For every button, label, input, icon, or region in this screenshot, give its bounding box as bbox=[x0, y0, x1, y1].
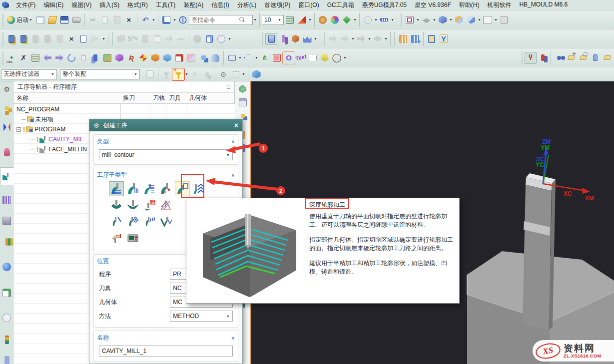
face-analysis-icon[interactable] bbox=[453, 14, 465, 26]
export-list-icon[interactable] bbox=[237, 96, 249, 108]
assembly-navigator-icon[interactable] bbox=[1, 102, 12, 114]
snap-filter-icon[interactable]: ✛ bbox=[172, 68, 184, 80]
tag-cube-icon[interactable] bbox=[589, 52, 601, 64]
reuse-library-icon[interactable] bbox=[1, 236, 12, 248]
part-info-icon[interactable]: ⓘ bbox=[177, 14, 189, 26]
tag-pair-icon[interactable] bbox=[601, 52, 613, 64]
shop-doc-icon[interactable] bbox=[203, 33, 215, 45]
subtype-zlevel-profile-icon[interactable] bbox=[175, 181, 190, 196]
menu-item[interactable]: 燕秀UG模具7.05 bbox=[358, 0, 411, 10]
menu-item[interactable]: 帮助(H) bbox=[455, 0, 484, 10]
display-pane-icon[interactable] bbox=[482, 14, 494, 26]
highlight-filter-icon[interactable] bbox=[160, 68, 172, 80]
tree-row-face-milling[interactable]: ⋯ ! FACE_MILLIN bbox=[29, 144, 87, 154]
subtype-profile-3d-icon[interactable] bbox=[158, 198, 173, 213]
tree-row-nc-program[interactable]: NC_PROGRAM bbox=[16, 104, 59, 114]
window-select-icon[interactable] bbox=[144, 68, 156, 80]
cut-icon[interactable]: ✂ bbox=[87, 14, 99, 26]
y-function-icon[interactable]: Y bbox=[438, 33, 450, 45]
center-point-icon[interactable]: ⊙ bbox=[217, 68, 229, 80]
close-icon[interactable]: × bbox=[234, 121, 238, 129]
replay-toolpath-icon[interactable]: 5↷ bbox=[127, 33, 139, 45]
operation-navigator-icon[interactable] bbox=[0, 167, 13, 185]
find-object-icon[interactable] bbox=[237, 83, 249, 95]
subtype-machine-control-icon[interactable] bbox=[125, 231, 140, 246]
cylinder-bool-icon[interactable] bbox=[209, 52, 221, 64]
purple-cube-icon[interactable] bbox=[113, 52, 125, 64]
generate-toolpath-icon[interactable] bbox=[115, 33, 127, 45]
layout-icon[interactable] bbox=[498, 14, 510, 26]
menu-item[interactable]: HB_MOULD M6.6 bbox=[515, 0, 572, 10]
visual-report-icon[interactable] bbox=[1, 287, 12, 299]
ellipse-icon[interactable]: ◯ bbox=[331, 52, 343, 64]
mill-finish-icon[interactable] bbox=[372, 33, 384, 45]
column-header[interactable]: 换刀 bbox=[120, 94, 150, 102]
menu-item[interactable]: 窗口(O) bbox=[294, 0, 323, 10]
method-combo[interactable]: METHOD▼ bbox=[170, 311, 233, 322]
menu-item[interactable]: 文件(F) bbox=[12, 0, 39, 10]
sync-icon[interactable] bbox=[191, 33, 203, 45]
object-array-icon[interactable] bbox=[397, 33, 409, 45]
menu-item[interactable]: 分析(L) bbox=[233, 0, 261, 10]
wireframe-view-icon[interactable] bbox=[465, 14, 477, 26]
wcs-delete-icon[interactable]: ✗ bbox=[17, 52, 29, 64]
blue-pair-cube-icon[interactable] bbox=[197, 52, 209, 64]
pattern-red-icon[interactable]: Ⴤ bbox=[525, 52, 537, 64]
datum-plane-grid-icon[interactable] bbox=[271, 52, 283, 64]
save-icon[interactable] bbox=[58, 14, 70, 26]
layer-cat-icon[interactable] bbox=[29, 52, 41, 64]
create-tool-icon[interactable] bbox=[5, 33, 17, 45]
column-header[interactable]: 名称 bbox=[13, 94, 120, 102]
fit-view-icon[interactable] bbox=[404, 14, 416, 26]
lamp-icon[interactable] bbox=[319, 52, 331, 64]
constraint-navigator-icon[interactable] bbox=[1, 121, 12, 133]
dice-icon[interactable] bbox=[307, 52, 319, 64]
create-geometry-icon[interactable] bbox=[289, 33, 301, 45]
point-snap-icon[interactable]: ✛ bbox=[189, 68, 201, 80]
menu-item[interactable]: GC工具箱 bbox=[323, 0, 358, 10]
datum-icon[interactable] bbox=[89, 52, 101, 64]
mill-rough-icon[interactable] bbox=[339, 33, 351, 45]
color-wand-icon[interactable] bbox=[1, 334, 12, 346]
layer-settings-icon[interactable] bbox=[284, 14, 296, 26]
plot-icon[interactable] bbox=[160, 14, 172, 26]
web-browser-icon[interactable] bbox=[1, 261, 12, 273]
cut-operation-icon[interactable] bbox=[29, 33, 41, 45]
subtype-corner-rough-icon[interactable] bbox=[142, 181, 157, 196]
menu-item[interactable]: 机明软件 bbox=[483, 0, 515, 10]
undo-icon[interactable]: ↶ bbox=[139, 14, 151, 26]
tree-row-cavity-mill[interactable]: ⋯ ! CAVITY_MIL bbox=[29, 134, 83, 144]
mill-orient-icon[interactable] bbox=[327, 33, 339, 45]
collapse-chevron-icon[interactable]: ∧ bbox=[231, 172, 235, 178]
selection-filter-combo[interactable]: 无选择过滤器▼ bbox=[1, 69, 57, 79]
selection-scope-combo[interactable]: 整个装配▼ bbox=[60, 69, 140, 79]
mill-semi-icon[interactable] bbox=[355, 33, 367, 45]
more-edit-icon[interactable] bbox=[89, 33, 101, 45]
circle-o-icon[interactable]: O bbox=[283, 52, 295, 64]
diamond-icon[interactable] bbox=[137, 52, 149, 64]
copy-icon[interactable] bbox=[99, 14, 111, 26]
print-icon[interactable] bbox=[70, 14, 82, 26]
measure-distance-icon[interactable] bbox=[378, 14, 390, 26]
menu-item[interactable]: 装配(A) bbox=[179, 0, 207, 10]
menu-item[interactable]: 首选项(P) bbox=[260, 0, 294, 10]
tree-row-unused[interactable]: ─ 未用项 bbox=[21, 114, 53, 124]
edit-object-icon[interactable] bbox=[17, 33, 29, 45]
subtype-area-contour-icon[interactable] bbox=[125, 198, 140, 213]
column-header[interactable]: 刀轨 bbox=[150, 94, 166, 102]
polygon-sketch-icon[interactable] bbox=[242, 52, 254, 64]
subtype-drill-slash-icon[interactable] bbox=[109, 214, 124, 229]
subtype-drill-multi-slash-icon[interactable] bbox=[125, 214, 140, 229]
create-tool2-icon[interactable] bbox=[277, 33, 289, 45]
subtype-vee-groove-icon[interactable] bbox=[158, 214, 173, 229]
component-snap-icon[interactable] bbox=[201, 68, 213, 80]
back-arrow-icon[interactable] bbox=[41, 52, 53, 64]
forward-arrow-icon[interactable] bbox=[53, 52, 65, 64]
scale-cube-icon[interactable] bbox=[149, 52, 161, 64]
column-header[interactable]: 刀具 bbox=[166, 94, 186, 102]
create-method-icon[interactable] bbox=[301, 33, 313, 45]
history-clock-icon[interactable] bbox=[1, 312, 12, 324]
menu-item[interactable]: 工具(T) bbox=[152, 0, 179, 10]
subtype-adaptive-milling-icon[interactable] bbox=[125, 181, 140, 196]
subtype-drill-wave-icon[interactable] bbox=[142, 214, 157, 229]
